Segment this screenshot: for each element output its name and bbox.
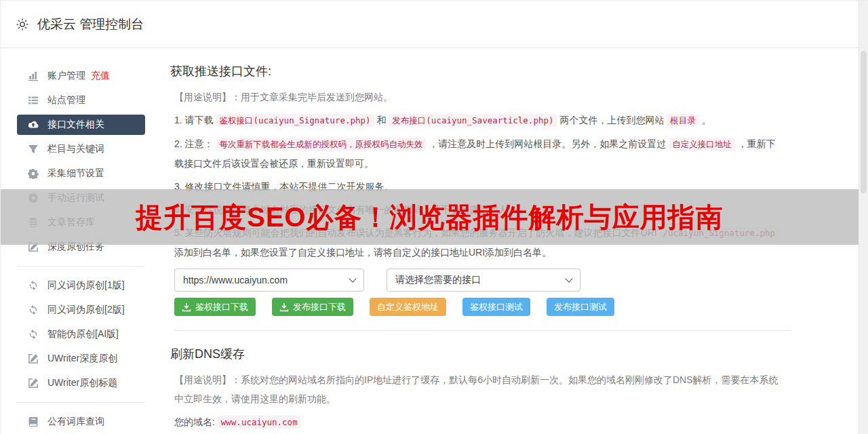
inline-code: 自定义接口地址 — [669, 138, 735, 151]
domain-label: 您的域名: — [174, 416, 215, 427]
chart-bar-icon — [28, 71, 39, 81]
sidebar-group: 公有词库查询 — [1, 410, 163, 434]
custom-auth-url-button[interactable]: 自定义鉴权地址 — [370, 298, 446, 316]
gear-icon — [28, 168, 39, 179]
sidebar-item-synonym-v1[interactable]: 同义词伪原创[1版] — [17, 273, 145, 298]
list-icon — [28, 95, 39, 106]
scrollbar[interactable] — [859, 1, 868, 434]
interface-select[interactable]: 请选择您需要的接口 — [387, 269, 580, 292]
sidebar-item-label: 站点管理 — [47, 94, 85, 106]
promo-banner: 提升百度SEO必备！浏览器插件解析与应用指南 — [1, 189, 859, 245]
inline-code: 鉴权接口(ucaiyun_Signature.php) — [216, 114, 374, 127]
sidebar-item-columns-keywords[interactable]: 栏目与关键词 — [17, 137, 145, 161]
domain-value: www.ucaiyun.com — [218, 416, 301, 429]
sidebar-item-label: 同义词伪原创[2版] — [47, 304, 125, 316]
sidebar-item-sites[interactable]: 站点管理 — [17, 88, 145, 113]
dns-usage-note: 【用途说明】：系统对您的网站域名所指向的IP地址进行了缓存，默认每6小时自动刷新… — [174, 370, 785, 408]
promo-banner-text: 提升百度SEO必备！浏览器插件解析与应用指南 — [136, 199, 723, 236]
refresh-icon — [28, 329, 39, 340]
section-divider — [174, 330, 790, 331]
filter-icon — [28, 144, 39, 155]
cloud-upload-icon — [28, 119, 39, 130]
sidebar-item-uwriter-deep[interactable]: UWriter深度原创 — [17, 347, 145, 371]
sidebar-item-label: 采集细节设置 — [47, 167, 104, 180]
sidebar-item-public-thesaurus[interactable]: 公有词库查询 — [17, 410, 145, 434]
edit-icon — [28, 378, 39, 389]
button-label: 自定义鉴权地址 — [377, 301, 439, 313]
scrollbar-thumb[interactable] — [861, 51, 867, 193]
sidebar-item-account[interactable]: 账户管理充值 — [17, 64, 145, 88]
sidebar-item-ai-rewrite[interactable]: 智能伪原创[AI版] — [17, 322, 145, 347]
site-select-value: https://www.ucaiyun.com — [183, 275, 288, 285]
domain-line: 您的域名: www.ucaiyun.com — [174, 412, 785, 432]
download-icon — [279, 302, 289, 312]
inline-code: 根目录 — [667, 114, 699, 127]
section-title-interface-files: 获取推送接口文件: — [170, 63, 785, 79]
edit-icon — [28, 353, 39, 364]
download-icon — [182, 302, 191, 312]
sidebar-item-label: 栏目与关键词 — [47, 143, 104, 155]
sidebar-item-interface-files[interactable]: 接口文件相关 — [17, 115, 145, 135]
button-label: 发布接口测试 — [554, 301, 607, 313]
button-label: 鉴权接口测试 — [470, 301, 523, 313]
inline-code: 每次重新下载都会生成新的授权码，原授权码自动失效 — [216, 138, 426, 151]
book-icon — [28, 416, 39, 427]
app-title: 优采云 管理控制台 — [37, 16, 144, 33]
sidebar-item-label: UWriter深度原创 — [47, 353, 117, 365]
sidebar-item-collect-settings[interactable]: 采集细节设置 — [17, 161, 145, 186]
test-auth-button[interactable]: 鉴权接口测试 — [462, 298, 530, 316]
gear-icon — [16, 18, 29, 31]
download-publish-button[interactable]: 发布接口下载 — [272, 298, 353, 316]
app-window: 优采云 管理控制台 账户管理充值站点管理接口文件相关栏目与关键词采集细节设置手动… — [0, 0, 868, 434]
button-label: 发布接口下载 — [293, 301, 346, 313]
sidebar-item-uwriter-title[interactable]: UWriter原创标题 — [17, 371, 145, 395]
sidebar-item-label: UWriter原创标题 — [47, 377, 117, 389]
usage-note: 【用途说明】：用于文章采集完毕后发送到您网站。 — [174, 87, 785, 106]
sidebar-item-label: 账户管理 — [47, 70, 85, 82]
app-header: 优采云 管理控制台 — [1, 1, 859, 48]
recharge-badge[interactable]: 充值 — [91, 70, 110, 82]
section-title-dns: 刷新DNS缓存 — [170, 346, 785, 362]
sidebar-divider — [17, 402, 145, 403]
site-select[interactable]: https://www.ucaiyun.com — [174, 269, 364, 292]
instruction-2: 2. 注意： 每次重新下载都会生成新的授权码，原授权码自动失效 ，请注意及时上传… — [174, 134, 785, 173]
refresh-icon — [28, 304, 39, 315]
instruction-1: 1. 请下载 鉴权接口(ucaiyun_Signature.php) 和 发布接… — [174, 111, 785, 130]
chevron-down-icon — [565, 275, 572, 282]
sidebar-item-label: 同义词伪原创[1版] — [47, 279, 125, 292]
select-row: https://www.ucaiyun.com 请选择您需要的接口 — [174, 269, 785, 292]
test-publish-button[interactable]: 发布接口测试 — [547, 298, 614, 316]
sidebar-item-label: 智能伪原创[AI版] — [47, 328, 119, 340]
download-auth-button[interactable]: 鉴权接口下载 — [174, 298, 256, 316]
sidebar-item-label: 公有词库查询 — [47, 416, 104, 428]
chevron-down-icon — [349, 275, 356, 282]
button-row: 鉴权接口下载发布接口下载自定义鉴权地址鉴权接口测试发布接口测试 — [174, 298, 785, 316]
sidebar-item-label: 接口文件相关 — [47, 119, 104, 131]
sidebar-item-synonym-v2[interactable]: 同义词伪原创[2版] — [17, 298, 145, 322]
refresh-icon — [28, 280, 39, 291]
inline-code: 发布接口(ucaiyun_Savearticle.php) — [389, 114, 557, 127]
sidebar-group: 同义词伪原创[1版]同义词伪原创[2版]智能伪原创[AI版]UWriter深度原… — [1, 273, 163, 395]
button-label: 鉴权接口下载 — [195, 301, 248, 313]
interface-select-value: 请选择您需要的接口 — [395, 274, 481, 286]
sidebar-divider — [17, 266, 145, 267]
